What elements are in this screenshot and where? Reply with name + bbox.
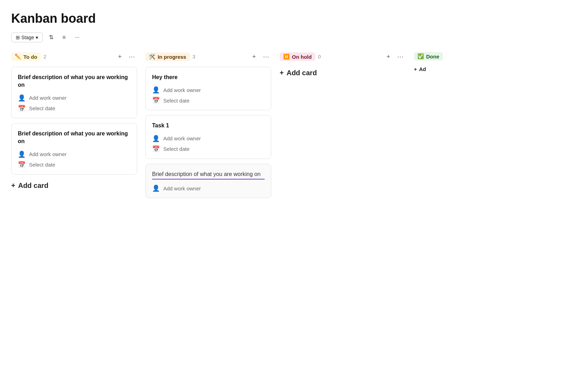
todo-more-button[interactable]: ⋯ [127, 52, 137, 61]
todo-add-button[interactable]: + [116, 52, 124, 61]
person-icon: 👤 [152, 135, 160, 142]
column-label-onhold: ⏸️ On hold [280, 52, 315, 61]
column-done-partial: ✅ Done + Ad [414, 52, 445, 72]
onhold-add-button[interactable]: + [384, 52, 392, 61]
chevron-down-icon: ▾ [36, 35, 38, 40]
plus-icon: + [414, 66, 417, 72]
column-header-done: ✅ Done [414, 52, 445, 61]
inprogress-count: 3 [193, 54, 195, 59]
calendar-icon: 📅 [18, 105, 26, 112]
inprogress-card-1-owner[interactable]: 👤 Add work owner [152, 86, 265, 94]
column-header-inprogress: 🛠️ In progress 3 + ⋯ [145, 52, 271, 61]
column-todo: ✏️ To do 2 + ⋯ Brief description of what… [11, 52, 137, 192]
inprogress-card-3-owner-label: Add work owner [163, 185, 201, 191]
column-label-done: ✅ Done [414, 52, 443, 61]
onhold-count: 0 [318, 54, 321, 59]
inprogress-card-1: Hey there 👤 Add work owner 📅 Select date [145, 67, 271, 110]
inprogress-card-2-title: Task 1 [152, 122, 265, 129]
done-label: Done [426, 54, 439, 59]
todo-card-2-owner-label: Add work owner [29, 151, 67, 157]
view-label: Stage [21, 35, 34, 40]
person-icon: 👤 [18, 94, 26, 102]
todo-count: 2 [44, 54, 46, 59]
onhold-more-button[interactable]: ⋯ [395, 52, 406, 61]
column-header-todo: ✏️ To do 2 + ⋯ [11, 52, 137, 61]
todo-card-1-date[interactable]: 📅 Select date [18, 105, 130, 112]
column-inprogress: 🛠️ In progress 3 + ⋯ Hey there 👤 Add wor… [145, 52, 271, 203]
done-icon: ✅ [417, 53, 424, 59]
inprogress-card-3-title-input[interactable] [152, 170, 265, 180]
inprogress-add-button[interactable]: + [250, 52, 258, 61]
done-add-card-button[interactable]: + Ad [414, 66, 445, 72]
onhold-add-card-button[interactable]: + Add card [280, 67, 317, 79]
plus-icon: + [280, 69, 284, 77]
plus-icon: + [11, 182, 15, 190]
done-add-card-label: Ad [419, 66, 426, 72]
column-onhold: ⏸️ On hold 0 + ⋯ + Add card [280, 52, 406, 79]
onhold-add-card-label: Add card [287, 69, 317, 77]
todo-card-1-title: Brief description of what you are workin… [18, 73, 130, 89]
sort-button[interactable]: ⇅ [46, 32, 56, 42]
todo-icon: ✏️ [15, 54, 21, 60]
todo-card-2-owner[interactable]: 👤 Add work owner [18, 150, 130, 158]
column-label-todo: ✏️ To do [11, 52, 41, 61]
calendar-icon: 📅 [18, 161, 26, 169]
person-icon: 👤 [152, 86, 160, 94]
todo-card-1-owner-label: Add work owner [29, 95, 67, 101]
inprogress-card-2-date-label: Select date [163, 146, 189, 152]
person-icon: 👤 [152, 184, 160, 192]
inprogress-label: In progress [158, 54, 186, 60]
todo-add-card-button[interactable]: + Add card [11, 180, 48, 192]
inprogress-card-2: Task 1 👤 Add work owner 📅 Select date [145, 115, 271, 159]
page-title: Kanban board [11, 11, 577, 26]
todo-card-2-date[interactable]: 📅 Select date [18, 161, 130, 169]
column-header-onhold: ⏸️ On hold 0 + ⋯ [280, 52, 406, 61]
inprogress-icon: 🛠️ [149, 54, 156, 60]
inprogress-card-2-owner[interactable]: 👤 Add work owner [152, 135, 265, 142]
inprogress-card-1-date[interactable]: 📅 Select date [152, 97, 265, 104]
inprogress-card-2-date[interactable]: 📅 Select date [152, 145, 265, 153]
inprogress-card-3-owner[interactable]: 👤 Add work owner [152, 184, 265, 192]
todo-card-1: Brief description of what you are workin… [11, 67, 137, 118]
inprogress-card-2-owner-label: Add work owner [163, 135, 201, 141]
todo-card-1-owner[interactable]: 👤 Add work owner [18, 94, 130, 102]
onhold-icon: ⏸️ [283, 54, 290, 60]
onhold-label: On hold [292, 54, 312, 60]
inprogress-card-1-title: Hey there [152, 73, 265, 81]
todo-card-2-date-label: Select date [29, 162, 55, 168]
calendar-icon: 📅 [152, 145, 160, 153]
column-label-inprogress: 🛠️ In progress [145, 52, 190, 61]
inprogress-more-button[interactable]: ⋯ [261, 52, 271, 61]
filter-button[interactable]: ≡ [60, 33, 69, 42]
toolbar: ⊞ Stage ▾ ⇅ ≡ ··· [11, 32, 577, 42]
todo-card-1-date-label: Select date [29, 105, 55, 111]
calendar-icon: 📅 [152, 97, 160, 104]
view-toggle-button[interactable]: ⊞ Stage ▾ [11, 33, 43, 42]
todo-label: To do [23, 54, 37, 60]
more-options-button[interactable]: ··· [72, 33, 82, 42]
inprogress-card-1-date-label: Select date [163, 98, 189, 104]
view-grid-icon: ⊞ [16, 35, 20, 40]
todo-card-2: Brief description of what you are workin… [11, 123, 137, 175]
inprogress-card-1-owner-label: Add work owner [163, 87, 201, 93]
inprogress-card-3: 👤 Add work owner [145, 164, 271, 198]
todo-card-2-title: Brief description of what you are workin… [18, 130, 130, 146]
person-icon: 👤 [18, 150, 26, 158]
kanban-board: ✏️ To do 2 + ⋯ Brief description of what… [11, 52, 577, 203]
todo-add-card-label: Add card [18, 182, 49, 190]
